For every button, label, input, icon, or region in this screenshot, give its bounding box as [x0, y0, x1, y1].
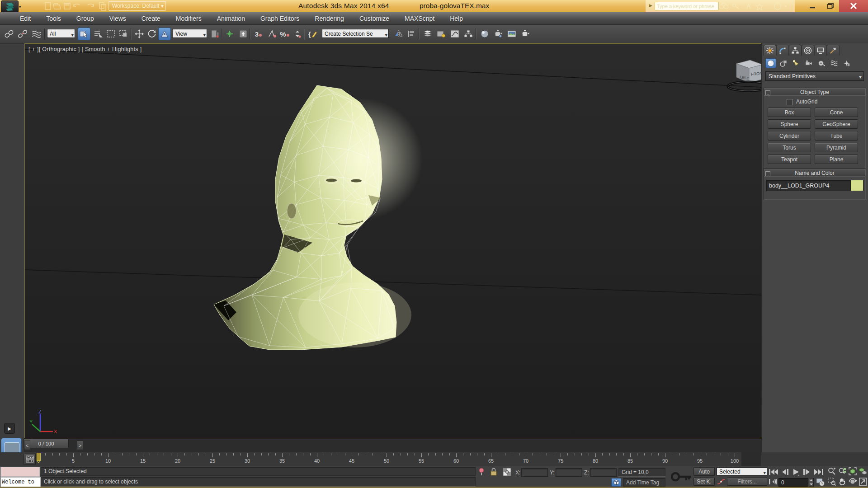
menu-modifiers[interactable]: Modifiers [176, 15, 202, 22]
tab-display[interactable] [814, 45, 827, 56]
open-mini-curve-editor-button[interactable] [24, 454, 36, 465]
zoom-extents-all-button[interactable] [858, 467, 868, 475]
selection-filter-dropdown[interactable]: All▾ [47, 29, 75, 38]
create-lights-button[interactable] [791, 58, 802, 68]
tab-modify[interactable] [776, 45, 789, 56]
edit-named-selection-sets-icon[interactable]: { [307, 28, 319, 40]
previous-frame-slider-button[interactable]: < [24, 441, 30, 450]
menu-graph-editors[interactable]: Graph Editors [260, 15, 299, 22]
menu-customize[interactable]: Customize [359, 15, 389, 22]
create-torus-button[interactable]: Torus [768, 143, 811, 152]
infocenter-icons[interactable] [719, 2, 796, 10]
infocenter-collapse-arrow[interactable]: ▶ [649, 3, 652, 8]
frame-spinner[interactable] [809, 478, 814, 487]
unlink-selection-icon[interactable] [16, 28, 29, 40]
menu-help[interactable]: Help [450, 15, 463, 22]
selection-brackets-toggle[interactable] [611, 478, 621, 487]
tab-motion[interactable] [802, 45, 814, 56]
go-to-start-button[interactable] [769, 468, 778, 476]
tab-hierarchy[interactable] [789, 45, 802, 56]
track-bar[interactable]: 0510152025303540455055606570758085909510… [0, 452, 868, 466]
create-geosphere-button[interactable]: GeoSphere [815, 119, 858, 129]
select-and-link-icon[interactable] [3, 28, 15, 40]
name-color-rollout-header[interactable]: Name and Color _ [764, 169, 866, 177]
material-editor-icon[interactable] [478, 28, 491, 40]
maxscript-mini-listener[interactable]: Welcome to [0, 477, 41, 487]
viewport[interactable]: LEFT FRONT Z X Y [ + ][ Orthographic ] [… [24, 43, 762, 438]
toggle-ribbon-icon[interactable] [435, 28, 448, 40]
render-setup-icon[interactable] [492, 28, 505, 40]
isolate-selection-toggle[interactable] [477, 468, 486, 476]
z-coordinate-field[interactable] [590, 468, 617, 477]
workspace-selector[interactable]: Workspace: Default ▾ [108, 1, 166, 11]
current-frame-marker[interactable] [37, 453, 41, 461]
next-frame-button[interactable] [802, 468, 811, 476]
create-sphere-button[interactable]: Sphere [768, 119, 811, 129]
create-cameras-button[interactable] [803, 58, 814, 68]
create-systems-button[interactable] [841, 58, 852, 68]
zoom-extents-button[interactable] [848, 467, 857, 475]
head-model[interactable] [214, 85, 423, 350]
curve-editor-icon[interactable] [448, 28, 461, 40]
set-key-button[interactable]: Set K. [693, 477, 715, 486]
key-mode-toggle[interactable] [769, 479, 777, 485]
rendered-frame-window-icon[interactable] [505, 28, 518, 40]
menu-create[interactable]: Create [142, 15, 160, 22]
object-color-swatch[interactable] [850, 180, 863, 191]
align-icon[interactable] [405, 28, 418, 40]
create-box-button[interactable]: Box [768, 108, 811, 117]
spinner-snap-toggle-icon[interactable] [291, 28, 304, 40]
application-menu-button[interactable] [1, 0, 19, 13]
create-cone-button[interactable]: Cone [815, 108, 858, 117]
object-type-rollout-header[interactable]: Object Type _ [764, 88, 866, 96]
set-keys-key-icon[interactable] [671, 469, 692, 485]
menu-group[interactable]: Group [76, 15, 94, 22]
reference-coordinate-system-dropdown[interactable]: View▾ [173, 29, 207, 38]
rollout-minimize-icon[interactable]: _ [765, 171, 770, 176]
zoom-button[interactable] [827, 467, 836, 475]
select-by-name-icon[interactable] [92, 28, 104, 40]
named-selection-sets-dropdown[interactable]: Create Selection Se▾ [322, 29, 389, 38]
menu-edit[interactable]: Edit [20, 15, 31, 22]
time-slider-handle[interactable]: 0 / 100 [24, 439, 69, 448]
menu-animation[interactable]: Animation [217, 15, 245, 22]
primitive-category-dropdown[interactable]: Standard Primitives ▾ [765, 71, 864, 81]
create-spacewarps-button[interactable] [829, 58, 840, 68]
window-crossing-toggle-icon[interactable] [117, 28, 130, 40]
default-in-out-tangents-icon[interactable] [717, 478, 725, 486]
minimize-button[interactable] [804, 0, 821, 12]
autogrid-checkbox[interactable] [787, 99, 793, 105]
schematic-view-icon[interactable] [462, 28, 475, 40]
next-frame-slider-button[interactable]: > [77, 441, 83, 450]
snaps-toggle-3d-icon[interactable]: 3 [252, 28, 265, 40]
current-frame-field[interactable]: 0 [778, 478, 808, 487]
select-and-manipulate-icon[interactable] [223, 28, 236, 40]
key-filter-dropdown[interactable]: Selected▾ [717, 467, 767, 476]
zoom-region-button[interactable] [827, 477, 836, 486]
keyboard-shortcut-override-icon[interactable] [237, 28, 250, 40]
create-shapes-button[interactable] [778, 58, 789, 68]
time-slider-track[interactable]: < 0 / 100 > [24, 439, 761, 453]
select-and-move-icon[interactable] [133, 28, 146, 40]
maxscript-macro-recorder-pane[interactable] [0, 467, 40, 477]
object-name-input[interactable] [766, 180, 852, 191]
menu-rendering[interactable]: Rendering [315, 15, 344, 22]
bind-to-space-warp-icon[interactable] [30, 28, 42, 40]
appmenu-dropdown-arrow[interactable]: ▾ [19, 5, 21, 9]
rollout-minimize-icon[interactable]: _ [765, 90, 770, 95]
viewport-layout-flyout-button[interactable]: ▶ [4, 423, 15, 434]
y-coordinate-field[interactable] [556, 468, 582, 477]
create-cylinder-button[interactable]: Cylinder [768, 131, 811, 141]
zoom-all-button[interactable] [837, 467, 847, 475]
key-filters-button[interactable]: Filters... [727, 477, 767, 486]
previous-frame-button[interactable] [781, 468, 790, 476]
viewport-label[interactable]: [ + ][ Orthographic ] [ Smooth + Highlig… [28, 46, 142, 52]
manage-layers-icon[interactable] [421, 28, 434, 40]
auto-key-button[interactable]: Auto [693, 467, 715, 476]
tab-utilities[interactable] [827, 45, 840, 56]
create-pyramid-button[interactable]: Pyramid [815, 143, 858, 152]
play-animation-button[interactable] [792, 468, 800, 476]
render-production-icon[interactable] [519, 28, 532, 40]
selection-lock-toggle[interactable] [490, 468, 497, 476]
percent-snap-toggle-icon[interactable]: % [278, 28, 291, 40]
